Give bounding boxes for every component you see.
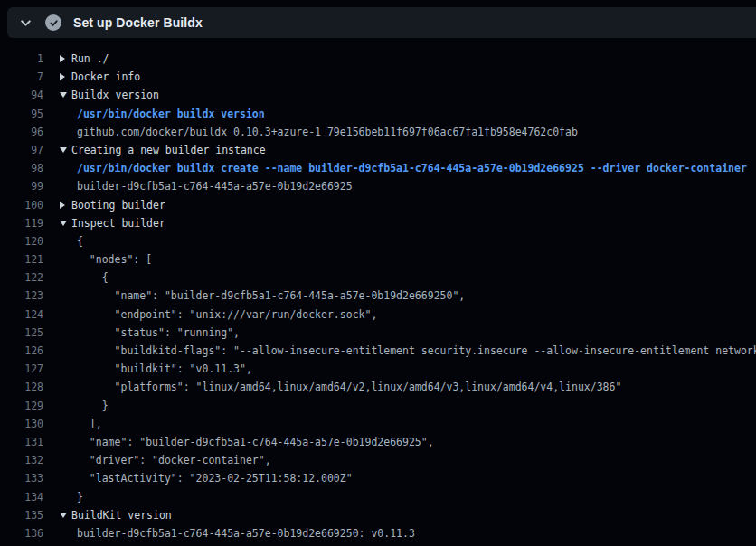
log-content: "name": "builder-d9cfb5a1-c764-445a-a57e… [60,287,465,305]
log-row: 97 Creating a new builder instance [0,141,756,159]
log-content: github.com/docker/buildx 0.10.3+azure-1 … [60,123,578,141]
chevron-down-icon[interactable] [19,16,32,29]
log-row: 124 "endpoint": "unix:///var/run/docker.… [0,306,756,324]
log-line-text: "buildkit": "v0.11.3", [77,360,252,378]
log-line-number[interactable]: 126 [0,342,43,360]
log-group-toggle[interactable]: Booting builder [60,196,165,214]
log-line-text: Run ./ [71,50,109,68]
log-row: 95 /usr/bin/docker buildx version [0,105,756,123]
log-row: 121 "nodes": [ [0,250,756,268]
log-row: 129 } [0,397,756,415]
log-line-text: "endpoint": "unix:///var/run/docker.sock… [77,306,377,324]
log-content: "platforms": "linux/amd64,linux/amd64/v2… [60,378,621,396]
log-lines: 1 Run ./ 7 Docker info 94 Buildx version… [0,41,756,542]
log-line-number[interactable]: 129 [0,397,43,415]
log-content: } [60,397,109,415]
log-line-number[interactable]: 119 [0,214,43,232]
log-line-text: "name": "builder-d9cfb5a1-c764-445a-a57e… [77,287,465,305]
log-row: 125 "status": "running", [0,324,756,342]
log-line-text: Docker info [71,68,140,86]
log-content: "status": "running", [60,324,240,342]
log-row: 96 github.com/docker/buildx 0.10.3+azure… [0,123,756,141]
log-line-text: Inspect builder [71,214,165,232]
log-content: { [60,268,109,287]
log-content: "lastActivity": "2023-02-25T11:58:12.000… [60,469,353,487]
log-content: /usr/bin/docker buildx version [60,105,265,123]
log-content: "name": "builder-d9cfb5a1-c764-445a-a57e… [60,433,434,451]
log-content: "driver": "docker-container", [60,451,271,469]
log-row: 128 "platforms": "linux/amd64,linux/amd6… [0,378,756,396]
log-line-text: "platforms": "linux/amd64,linux/amd64/v2… [77,378,621,396]
log-line-number[interactable]: 96 [0,123,43,141]
log-line-text: "name": "builder-d9cfb5a1-c764-445a-a57e… [77,433,434,451]
log-row: 98 /usr/bin/docker buildx create --name … [0,159,756,177]
log-line-number[interactable]: 127 [0,360,43,378]
log-line-number[interactable]: 125 [0,324,43,342]
log-row: 120 { [0,232,756,250]
log-group-toggle[interactable]: Run ./ [60,50,109,68]
caret-expanded-icon [60,513,71,518]
log-group-toggle[interactable]: BuildKit version [60,506,172,524]
log-line-number[interactable]: 132 [0,451,43,469]
log-line-number[interactable]: 7 [0,68,43,86]
log-line-text: Creating a new builder instance [71,141,266,159]
log-content: ], [60,415,102,433]
log-line-number[interactable]: 130 [0,415,43,433]
log-row: 126 "buildkitd-flags": "--allow-insecure… [0,342,756,360]
log-line-number[interactable]: 128 [0,378,43,396]
log-line-text: "nodes": [ [77,250,152,268]
log-row: 7 Docker info [0,68,756,86]
log-line-number[interactable]: 136 [0,524,43,542]
caret-collapsed-icon [60,55,71,62]
log-line-text: builder-d9cfb5a1-c764-445a-a57e-0b19d2e6… [77,524,415,542]
log-content: "nodes": [ [60,250,152,268]
step-header[interactable]: Set up Docker Buildx [7,7,756,38]
log-line-number[interactable]: 97 [0,141,43,159]
log-line-number[interactable]: 134 [0,488,43,506]
log-line-number[interactable]: 95 [0,105,43,123]
caret-collapsed-icon [60,73,71,80]
log-line-text: /usr/bin/docker buildx version [77,105,265,123]
log-content: /usr/bin/docker buildx create --name bui… [60,159,747,177]
caret-expanded-icon [60,92,71,98]
log-line-number[interactable]: 100 [0,196,43,214]
log-content: { [60,232,83,250]
log-group-toggle[interactable]: Creating a new builder instance [60,141,266,159]
check-circle-icon [45,14,61,31]
log-line-number[interactable]: 133 [0,469,43,487]
log-row: 99 builder-d9cfb5a1-c764-445a-a57e-0b19d… [0,177,756,195]
log-line-number[interactable]: 123 [0,287,43,305]
log-content: "endpoint": "unix:///var/run/docker.sock… [60,306,377,324]
log-line-number[interactable]: 99 [0,177,43,195]
log-line-number[interactable]: 122 [0,268,43,287]
log-line-number[interactable]: 131 [0,433,43,451]
log-line-number[interactable]: 98 [0,159,43,177]
log-line-number[interactable]: 124 [0,306,43,324]
log-line-text: BuildKit version [71,506,172,524]
log-line-text: "status": "running", [77,324,240,342]
log-line-number[interactable]: 120 [0,232,43,250]
log-line-number[interactable]: 94 [0,86,43,104]
log-line-text: { [77,232,83,250]
log-row: 133 "lastActivity": "2023-02-25T11:58:12… [0,469,756,487]
log-group-toggle[interactable]: Buildx version [60,86,159,104]
log-line-text: Booting builder [71,196,165,214]
log-line-text: } [77,488,83,506]
caret-collapsed-icon [60,202,71,209]
log-row: 1 Run ./ [0,50,756,68]
log-line-text: { [77,268,109,287]
log-line-text: "lastActivity": "2023-02-25T11:58:12.000… [77,469,353,487]
log-group-toggle[interactable]: Docker info [60,68,140,86]
log-line-number[interactable]: 1 [0,50,43,68]
log-row: 119 Inspect builder [0,214,756,232]
log-row: 132 "driver": "docker-container", [0,451,756,469]
log-row: 136 builder-d9cfb5a1-c764-445a-a57e-0b19… [0,524,756,542]
log-group-toggle[interactable]: Inspect builder [60,214,165,232]
log-row: 130 ], [0,415,756,433]
log-line-text: /usr/bin/docker buildx create --name bui… [77,159,747,177]
log-line-number[interactable]: 121 [0,250,43,268]
log-row: 123 "name": "builder-d9cfb5a1-c764-445a-… [0,287,756,305]
log-line-text: "driver": "docker-container", [77,451,271,469]
log-row: 122 { [0,268,756,287]
log-line-number[interactable]: 135 [0,506,43,524]
